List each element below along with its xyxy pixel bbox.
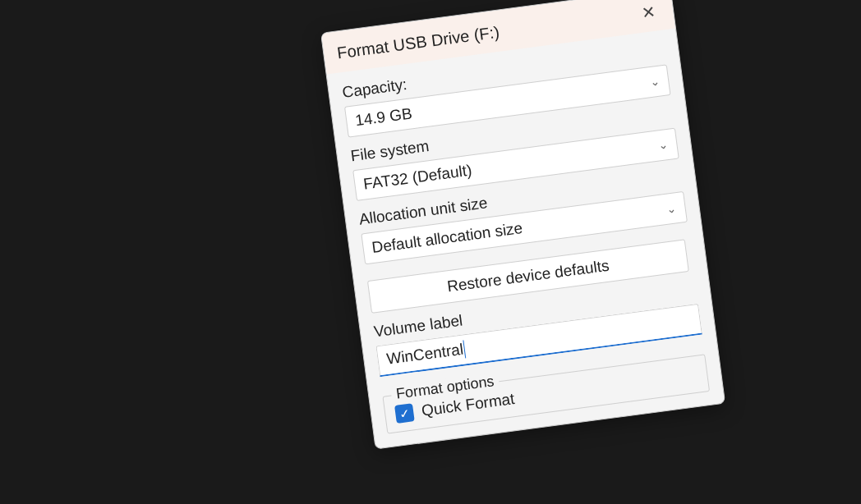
close-button[interactable]: ✕ — [635, 0, 661, 25]
chevron-down-icon: ⌄ — [649, 71, 661, 92]
format-dialog: Format USB Drive (F:) ✕ Capacity: 14.9 G… — [320, 0, 725, 450]
check-icon: ✓ — [398, 406, 411, 420]
capacity-value: 14.9 GB — [354, 103, 413, 131]
close-icon: ✕ — [640, 2, 656, 23]
chevron-down-icon: ⌄ — [665, 198, 678, 218]
restore-defaults-label: Restore device defaults — [446, 257, 610, 296]
quick-format-checkbox[interactable]: ✓ — [394, 403, 415, 424]
chevron-down-icon: ⌄ — [657, 135, 670, 155]
filesystem-value: FAT32 (Default) — [362, 161, 473, 195]
